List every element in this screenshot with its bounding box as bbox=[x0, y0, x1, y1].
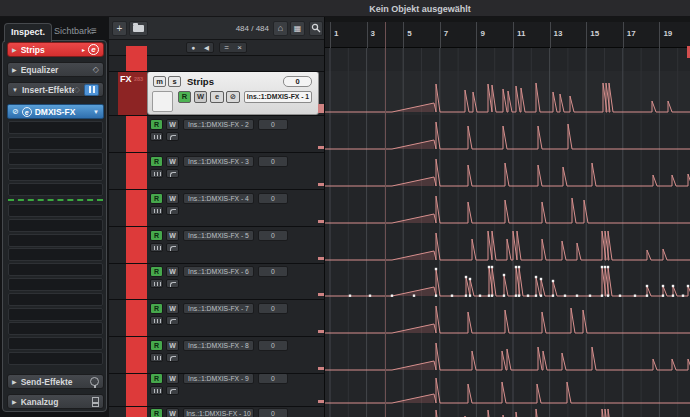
empty-insert-slot[interactable] bbox=[8, 293, 103, 306]
automation-lane-row[interactable]: RWIns.:1:DMXIS-FX - 40 bbox=[109, 192, 325, 228]
search-button[interactable] bbox=[309, 21, 323, 36]
lane-parameter-field[interactable]: Ins.:1:DMXIS-FX - 3 bbox=[183, 156, 254, 167]
parameter-field[interactable]: Ins.:1:DMXIS-FX - 1 bbox=[244, 91, 312, 103]
fold-arrow-icon[interactable]: ▶ bbox=[12, 398, 17, 405]
empty-insert-slot[interactable] bbox=[8, 168, 103, 181]
fold-arrow-icon[interactable]: ▼ bbox=[12, 87, 18, 93]
mute-button[interactable]: m bbox=[153, 76, 166, 87]
record-enable-icon[interactable]: ● bbox=[187, 43, 200, 52]
read-button[interactable]: R bbox=[150, 119, 163, 130]
mute-automation-button[interactable] bbox=[150, 243, 163, 252]
rack-toggle-button[interactable] bbox=[84, 84, 99, 96]
fold-arrow-icon[interactable]: ▶ bbox=[12, 66, 17, 73]
write-button[interactable]: W bbox=[166, 156, 179, 167]
bypass-icon[interactable]: ⊘ bbox=[12, 107, 19, 116]
lane-parameter-field[interactable]: Ins.:1:DMXIS-FX - 6 bbox=[183, 266, 254, 277]
empty-insert-slot[interactable] bbox=[8, 337, 103, 350]
lane-parameter-field[interactable]: Ins.:1:DMXIS-FX - 9 bbox=[183, 373, 254, 384]
automation-lane-row[interactable]: RWIns.:1:DMXIS-FX - 90 bbox=[109, 372, 325, 408]
mute-automation-button[interactable] bbox=[150, 132, 163, 141]
lock-button[interactable] bbox=[166, 243, 179, 252]
lock-button[interactable] bbox=[166, 206, 179, 215]
edit-button[interactable]: e bbox=[22, 107, 32, 117]
read-button[interactable]: R bbox=[150, 408, 163, 417]
lane-parameter-field[interactable]: Ins.:1:DMXIS-FX - 8 bbox=[183, 340, 254, 351]
empty-insert-slot[interactable] bbox=[8, 204, 103, 217]
cross-icon[interactable]: × bbox=[233, 43, 246, 52]
automation-lane-row[interactable]: RWIns.:1:DMXIS-FX - 60 bbox=[109, 265, 325, 301]
write-button[interactable]: W bbox=[166, 230, 179, 241]
read-button[interactable]: R bbox=[178, 91, 191, 103]
section-insert-effects[interactable]: ▼ Insert-Effekte ◇ bbox=[7, 82, 104, 97]
empty-insert-slot[interactable] bbox=[8, 278, 103, 291]
empty-insert-slot[interactable] bbox=[8, 248, 103, 261]
lock-button[interactable] bbox=[166, 353, 179, 362]
selected-track-header[interactable]: m s Strips 0 R W e ⊘ Ins.:1:DMXIS-FX - 1 bbox=[147, 71, 319, 115]
automation-lane-row[interactable]: RWIns.:1:DMXIS-FX - 80 bbox=[109, 339, 325, 375]
lock-button[interactable] bbox=[166, 279, 179, 288]
empty-insert-slot[interactable] bbox=[8, 352, 103, 365]
mute-automation-button[interactable] bbox=[150, 206, 163, 215]
lane-value-field[interactable]: 0 bbox=[258, 230, 288, 241]
write-button[interactable]: W bbox=[194, 91, 207, 103]
write-button[interactable]: W bbox=[166, 340, 179, 351]
lane-value-field[interactable]: 0 bbox=[258, 119, 288, 130]
empty-insert-slot[interactable] bbox=[8, 234, 103, 247]
empty-insert-slot[interactable] bbox=[8, 308, 103, 321]
track-name[interactable]: Strips bbox=[187, 76, 214, 87]
empty-insert-slot[interactable] bbox=[8, 263, 103, 276]
lane-value-field[interactable]: 0 bbox=[258, 303, 288, 314]
lane-parameter-field[interactable]: Ins.:1:DMXIS-FX - 2 bbox=[183, 119, 254, 130]
lane-value-field[interactable]: 0 bbox=[258, 340, 288, 351]
fold-arrow-icon[interactable]: ▶ bbox=[12, 378, 17, 385]
mute-automation-button[interactable] bbox=[150, 316, 163, 325]
empty-insert-slot[interactable] bbox=[8, 137, 103, 150]
write-button[interactable]: W bbox=[166, 266, 179, 277]
lane-value-field[interactable]: 0 bbox=[258, 408, 288, 417]
lane-value-field[interactable]: 0 bbox=[258, 373, 288, 384]
read-button[interactable]: R bbox=[150, 373, 163, 384]
lock-button[interactable] bbox=[166, 132, 179, 141]
lane-value-field[interactable]: 0 bbox=[258, 156, 288, 167]
insert-slot-dmxis-fx[interactable]: ⊘ e DMXIS-FX ▼ bbox=[7, 104, 104, 119]
lane-parameter-field[interactable]: Ins.:1:DMXIS-FX - 7 bbox=[183, 303, 254, 314]
write-button[interactable]: W bbox=[166, 303, 179, 314]
tab-inspect[interactable]: Inspect. bbox=[4, 23, 52, 42]
write-button[interactable]: W bbox=[166, 193, 179, 204]
fold-arrow-icon[interactable]: ▶ bbox=[12, 46, 17, 53]
lane-value-field[interactable]: 0 bbox=[258, 266, 288, 277]
write-button[interactable]: W bbox=[166, 408, 179, 417]
edit-channel-button[interactable]: e bbox=[210, 91, 224, 103]
playhead[interactable] bbox=[385, 22, 386, 417]
track-value-field[interactable]: 0 bbox=[283, 76, 312, 87]
read-button[interactable]: R bbox=[150, 340, 163, 351]
automation-lane-row[interactable]: RWIns.:1:DMXIS-FX - 100 bbox=[109, 407, 325, 417]
edit-button[interactable]: e bbox=[88, 44, 99, 55]
home-button[interactable]: ⌂ bbox=[273, 21, 288, 36]
read-button[interactable]: R bbox=[150, 230, 163, 241]
write-button[interactable]: W bbox=[166, 119, 179, 130]
grid-view-button[interactable]: ▦ bbox=[290, 21, 305, 36]
chevron-down-icon[interactable]: ▼ bbox=[93, 109, 99, 115]
preset-icon[interactable]: ◇ bbox=[74, 85, 80, 94]
read-button[interactable]: R bbox=[150, 303, 163, 314]
write-button[interactable]: W bbox=[166, 373, 179, 384]
empty-insert-slot[interactable] bbox=[8, 183, 103, 196]
section-strips[interactable]: ▶ Strips ▸ e bbox=[7, 42, 104, 57]
monitor-icon[interactable]: ◀ bbox=[200, 43, 213, 52]
empty-insert-slot[interactable] bbox=[8, 219, 103, 232]
solo-button[interactable]: s bbox=[168, 76, 181, 87]
mute-automation-button[interactable] bbox=[150, 279, 163, 288]
empty-insert-slot[interactable] bbox=[8, 322, 103, 335]
mute-automation-button[interactable] bbox=[150, 169, 163, 178]
mute-automation-button[interactable] bbox=[150, 386, 163, 395]
timeline-ruler[interactable]: 13579111315171921 bbox=[325, 22, 690, 48]
automation-lane-row[interactable]: RWIns.:1:DMXIS-FX - 20 bbox=[109, 118, 325, 154]
lane-value-field[interactable]: 0 bbox=[258, 193, 288, 204]
add-track-button[interactable]: + bbox=[112, 21, 127, 36]
automation-canvas[interactable] bbox=[325, 17, 690, 417]
section-equalizer[interactable]: ▶ Equalizer ◇ bbox=[7, 62, 104, 77]
empty-insert-slot[interactable] bbox=[8, 121, 103, 134]
lock-button[interactable] bbox=[166, 169, 179, 178]
lock-button[interactable] bbox=[166, 316, 179, 325]
